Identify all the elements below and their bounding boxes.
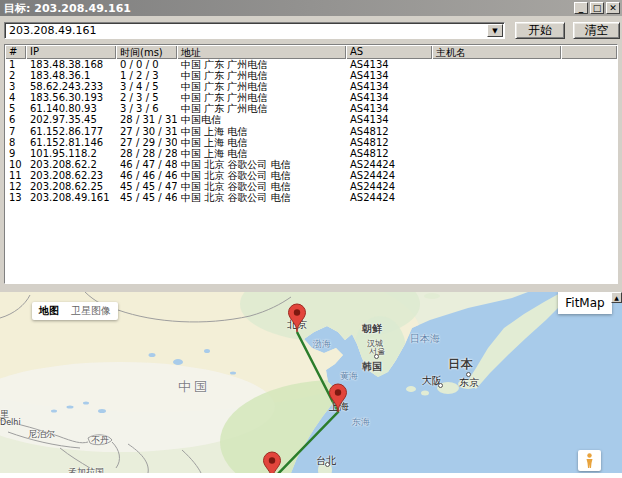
window-title: 目标: 203.208.49.161	[0, 1, 131, 16]
table-cell	[432, 114, 561, 125]
table-row[interactable]: 13203.208.49.16145 / 45 / 46中国 北京 谷歌公司 电…	[5, 192, 617, 203]
osaka-dot	[438, 383, 443, 388]
satellite-view-button[interactable]: 卫星图像	[71, 304, 111, 318]
table-cell: AS4134	[346, 103, 432, 114]
table-cell: 202.97.35.45	[26, 114, 116, 125]
table-row[interactable]: 10203.208.62.246 / 47 / 48中国 北京 谷歌公司 电信A…	[5, 159, 617, 170]
table-cell: 5	[5, 103, 26, 114]
table-cell: 1 / 2 / 3	[116, 70, 177, 81]
table-cell	[432, 192, 561, 203]
combobox-dropdown-icon[interactable]: ▼	[487, 24, 503, 37]
map-marker-guangzhou[interactable]	[262, 451, 282, 473]
scrollbar-up-icon[interactable]: ▲	[611, 292, 622, 303]
table-row[interactable]: 1183.48.38.1680 / 0 / 0中国 广东 广州电信AS4134	[5, 59, 617, 70]
start-button[interactable]: 开始	[515, 22, 565, 39]
column-header-地址[interactable]: 地址	[177, 45, 346, 59]
table-cell	[432, 170, 561, 181]
table-cell	[432, 59, 561, 70]
table-cell	[432, 103, 561, 114]
table-cell	[432, 181, 561, 192]
table-row[interactable]: 12203.208.62.2545 / 45 / 47中国 北京 谷歌公司 电信…	[5, 181, 617, 192]
maximize-button[interactable]: □	[590, 2, 604, 14]
table-cell: AS4812	[346, 148, 432, 159]
table-cell: 28 / 31 / 31	[116, 114, 177, 125]
clear-button[interactable]: 清空	[573, 22, 620, 39]
table-cell: 3 / 3 / 6	[116, 103, 177, 114]
taipei-dot	[325, 462, 330, 467]
table-cell: 203.208.49.161	[26, 192, 116, 203]
table-cell: 61.140.80.93	[26, 103, 116, 114]
pegman-button[interactable]	[578, 450, 601, 471]
table-cell: 6	[5, 114, 26, 125]
table-cell: 3 / 4 / 5	[116, 81, 177, 92]
table-cell: 中国 广东 广州电信	[177, 92, 346, 103]
table-cell: 中国 上海 电信	[177, 126, 346, 137]
table-cell: 中国 上海 电信	[177, 137, 346, 148]
table-cell	[432, 81, 561, 92]
table-row[interactable]: 6202.97.35.4528 / 31 / 31中国电信AS4134	[5, 114, 617, 125]
map-view-button[interactable]: 地图	[39, 304, 59, 318]
table-cell: 101.95.118.2	[26, 148, 116, 159]
table-cell	[432, 70, 561, 81]
column-header-#[interactable]: #	[5, 45, 26, 59]
column-header-filler	[561, 45, 617, 59]
minimize-button[interactable]: _	[574, 2, 588, 14]
table-cell: 中国 北京 谷歌公司 电信	[177, 181, 346, 192]
column-header-AS[interactable]: AS	[346, 45, 432, 59]
table-row[interactable]: 2183.48.36.11 / 2 / 3中国 广东 广州电信AS4134	[5, 70, 617, 81]
route-map[interactable]: 中国北京上海渤海黄海东海日本海朝鲜汉城서울韩国日本大阪东京台北尼泊尔不丹孟加拉国…	[0, 292, 622, 473]
table-cell: AS24424	[346, 170, 432, 181]
table-cell: 中国电信	[177, 114, 346, 125]
target-input[interactable]	[7, 24, 485, 37]
map-marker-shanghai[interactable]	[328, 383, 348, 413]
column-header-主机名[interactable]: 主机名	[432, 45, 561, 59]
table-cell	[432, 126, 561, 137]
table-cell: AS24424	[346, 192, 432, 203]
table-cell: 203.208.62.25	[26, 181, 116, 192]
table-cell	[432, 92, 561, 103]
table-cell: 中国 上海 电信	[177, 148, 346, 159]
table-row[interactable]: 861.152.81.14627 / 29 / 30中国 上海 电信AS4812	[5, 137, 617, 148]
tokyo-dot	[466, 372, 471, 377]
bottom-strip	[0, 473, 622, 478]
table-row[interactable]: 11203.208.62.2346 / 46 / 46中国 北京 谷歌公司 电信…	[5, 170, 617, 181]
table-cell: 183.48.38.168	[26, 59, 116, 70]
table-cell: 203.208.62.23	[26, 170, 116, 181]
close-button[interactable]: ✕	[606, 2, 620, 14]
title-bar[interactable]: 目标: 203.208.49.161 _□✕	[0, 0, 622, 16]
table-cell: 中国 北京 谷歌公司 电信	[177, 159, 346, 170]
table-cell: AS4134	[346, 81, 432, 92]
table-cell: 中国 北京 谷歌公司 电信	[177, 170, 346, 181]
table-row[interactable]: 358.62.243.2333 / 4 / 5中国 广东 广州电信AS4134	[5, 81, 617, 92]
fitmap-button[interactable]: FitMap	[558, 292, 612, 314]
table-cell	[432, 148, 561, 159]
table-row[interactable]: 4183.56.30.1932 / 3 / 5中国 广东 广州电信AS4134	[5, 92, 617, 103]
pin-icon	[328, 383, 348, 413]
table-cell: AS4812	[346, 137, 432, 148]
table-cell: 61.152.81.146	[26, 137, 116, 148]
target-combobox[interactable]: ▼	[4, 22, 505, 39]
table-cell: AS4812	[346, 126, 432, 137]
table-cell: 中国 广东 广州电信	[177, 103, 346, 114]
column-header-IP[interactable]: IP	[26, 45, 116, 59]
table-cell: 10	[5, 159, 26, 170]
table-row[interactable]: 761.152.86.17727 / 30 / 31中国 上海 电信AS4812	[5, 126, 617, 137]
hop-table-body: 1183.48.38.1680 / 0 / 0中国 广东 广州电信AS41342…	[5, 59, 617, 203]
table-cell	[432, 137, 561, 148]
table-cell: 61.152.86.177	[26, 126, 116, 137]
table-cell: AS4134	[346, 59, 432, 70]
table-row[interactable]: 9101.95.118.228 / 28 / 28中国 上海 电信AS4812	[5, 148, 617, 159]
table-cell: AS24424	[346, 181, 432, 192]
table-cell: 1	[5, 59, 26, 70]
table-cell: AS4134	[346, 70, 432, 81]
table-cell: 3	[5, 81, 26, 92]
pegman-icon	[585, 453, 594, 469]
table-cell: 183.56.30.193	[26, 92, 116, 103]
table-cell: 28 / 28 / 28	[116, 148, 177, 159]
pin-icon	[287, 303, 307, 333]
table-row[interactable]: 561.140.80.933 / 3 / 6中国 广东 广州电信AS4134	[5, 103, 617, 114]
app-window: 目标: 203.208.49.161 _□✕ ▼ 开始 清空 #IP时间(ms)…	[0, 0, 622, 478]
column-header-时间(ms)[interactable]: 时间(ms)	[116, 45, 177, 59]
map-marker-beijing[interactable]	[287, 303, 307, 333]
table-cell: 11	[5, 170, 26, 181]
